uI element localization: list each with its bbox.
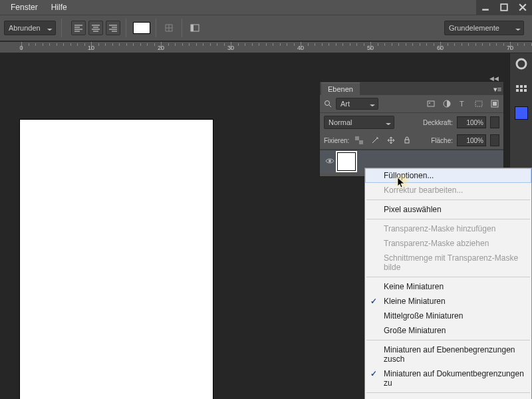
lock-pixels-icon[interactable] bbox=[369, 134, 381, 146]
tab-layers[interactable]: Ebenen bbox=[321, 82, 360, 95]
ruler-horizontal: 010203040506070 bbox=[0, 41, 532, 53]
maximize-button[interactable] bbox=[495, 0, 513, 15]
search-icon bbox=[324, 100, 332, 108]
menu-hilfe[interactable]: Hilfe bbox=[45, 0, 74, 15]
svg-rect-1 bbox=[501, 4, 507, 11]
separator bbox=[366, 392, 530, 393]
svg-rect-12 bbox=[428, 101, 434, 106]
lock-transparency-icon[interactable] bbox=[353, 134, 365, 146]
separator bbox=[366, 340, 530, 340]
corner-style-select[interactable]: Abrunden bbox=[4, 21, 56, 35]
svg-rect-6 bbox=[520, 85, 523, 88]
filter-adjustment-icon[interactable] bbox=[442, 99, 452, 108]
workspace-select[interactable]: Grundelemente bbox=[444, 21, 524, 35]
swatches-icon[interactable] bbox=[515, 82, 528, 96]
panel-menu-button[interactable]: ▾≡ bbox=[491, 83, 503, 95]
svg-text:T: T bbox=[460, 100, 464, 108]
svg-rect-21 bbox=[405, 140, 409, 143]
foreground-color-swatch[interactable] bbox=[515, 106, 528, 120]
color-wheel-icon[interactable] bbox=[515, 57, 528, 70]
close-button[interactable] bbox=[513, 0, 532, 15]
fill-input[interactable] bbox=[457, 134, 486, 146]
options-bar: Abrunden Grundelemente bbox=[0, 15, 532, 41]
align-right-button[interactable] bbox=[106, 21, 120, 35]
svg-rect-9 bbox=[520, 89, 523, 92]
fill-stepper[interactable] bbox=[490, 134, 499, 146]
ctx-medium-thumbnails[interactable]: Mittelgroße Miniaturen bbox=[365, 309, 531, 323]
fill-label: Fläche: bbox=[431, 137, 453, 144]
svg-rect-0 bbox=[482, 9, 489, 10]
align-left-button[interactable] bbox=[71, 21, 86, 35]
layer-thumbnail[interactable] bbox=[337, 152, 356, 171]
filter-shape-icon[interactable] bbox=[474, 99, 483, 108]
svg-rect-8 bbox=[516, 89, 519, 92]
separator bbox=[366, 200, 530, 200]
svg-point-22 bbox=[329, 160, 331, 162]
ctx-edit-adjustment: Korrektur bearbeiten... bbox=[365, 183, 531, 198]
separator bbox=[61, 19, 62, 37]
ctx-large-thumbnails[interactable]: Große Miniaturen bbox=[365, 323, 531, 338]
svg-rect-19 bbox=[355, 136, 359, 140]
opacity-input[interactable] bbox=[457, 116, 486, 128]
svg-rect-18 bbox=[493, 102, 497, 106]
separator bbox=[366, 219, 530, 219]
lock-all-icon[interactable] bbox=[401, 134, 413, 146]
svg-rect-5 bbox=[516, 85, 519, 88]
separator bbox=[182, 19, 182, 37]
svg-point-11 bbox=[325, 101, 330, 106]
ctx-no-thumbnails[interactable]: Keine Miniaturen bbox=[365, 279, 531, 294]
separator bbox=[156, 19, 156, 37]
ctx-fill-options[interactable]: Fülloptionen... bbox=[365, 168, 531, 183]
panel-toggle-icon[interactable] bbox=[188, 21, 202, 35]
ctx-add-transparency-mask: Transparenz-Maske hinzufügen bbox=[365, 221, 531, 236]
ctx-no-color[interactable]: Keine Farbe bbox=[365, 395, 531, 399]
filter-smartobject-icon[interactable] bbox=[490, 99, 499, 108]
warp-icon[interactable] bbox=[162, 21, 176, 35]
ctx-small-thumbnails[interactable]: ✓Kleine Miniaturen bbox=[365, 294, 531, 309]
separator bbox=[366, 277, 530, 277]
layers-panel: Ebenen ▾≡ Art T Normal Deckkraft: Fixier… bbox=[319, 81, 504, 177]
filter-pixel-icon[interactable] bbox=[426, 99, 436, 108]
document-canvas[interactable] bbox=[20, 120, 213, 399]
blend-mode-select[interactable]: Normal bbox=[324, 116, 394, 129]
ctx-clip-to-layer-bounds[interactable]: Miniaturen auf Ebenenbegrenzungen zusch bbox=[365, 342, 531, 366]
ctx-subtract-transparency-mask: Transparenz-Maske abziehen bbox=[365, 236, 531, 251]
menu-bar: Fenster Hilfe bbox=[0, 0, 532, 15]
layer-filter-type-select[interactable]: Art bbox=[336, 98, 378, 110]
lock-position-icon[interactable] bbox=[385, 134, 397, 146]
filter-type-icon[interactable]: T bbox=[458, 99, 467, 108]
menu-fenster[interactable]: Fenster bbox=[4, 0, 45, 15]
ctx-clip-to-document-bounds[interactable]: ✓Miniaturen auf Dokumentbegrenzungen zu bbox=[365, 366, 531, 390]
minimize-button[interactable] bbox=[476, 0, 495, 15]
opacity-label: Deckkraft: bbox=[423, 119, 453, 126]
svg-point-13 bbox=[429, 102, 430, 104]
svg-rect-3 bbox=[191, 25, 194, 31]
ctx-select-pixels[interactable]: Pixel auswählen bbox=[365, 202, 531, 217]
svg-point-4 bbox=[517, 59, 526, 68]
align-center-button[interactable] bbox=[88, 21, 103, 35]
svg-rect-7 bbox=[524, 85, 527, 88]
window-controls bbox=[476, 0, 532, 15]
separator bbox=[126, 19, 126, 37]
panel-tabbar: Ebenen ▾≡ bbox=[320, 82, 503, 95]
visibility-toggle-icon[interactable] bbox=[323, 158, 337, 166]
ctx-intersect-transparency-mask: Schnittmenge mit Transparenz-Maske bilde bbox=[365, 251, 531, 275]
layer-thumbnail-context-menu: Fülloptionen... Korrektur bearbeiten... … bbox=[364, 168, 532, 399]
svg-rect-20 bbox=[359, 140, 363, 144]
svg-rect-10 bbox=[524, 89, 527, 92]
svg-rect-16 bbox=[475, 101, 482, 106]
fill-swatch[interactable] bbox=[133, 22, 150, 34]
opacity-stepper[interactable] bbox=[490, 116, 499, 128]
check-icon: ✓ bbox=[370, 297, 377, 306]
lock-label: Fixieren: bbox=[324, 137, 349, 144]
check-icon: ✓ bbox=[370, 369, 377, 378]
